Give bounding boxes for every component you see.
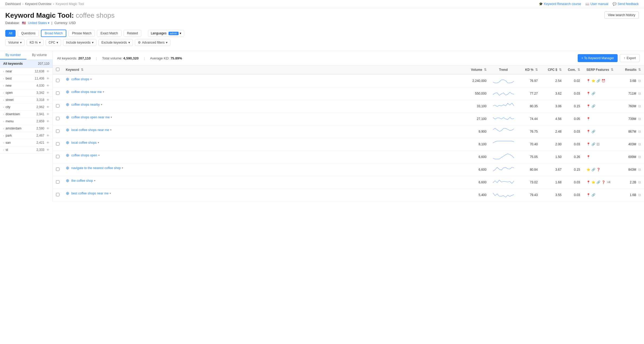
keyword-link[interactable]: coffee shops near me ▾ — [71, 90, 104, 94]
eye-icon[interactable]: 👁 — [46, 84, 49, 87]
advanced-filters-dropdown[interactable]: ⚙ Advanced filters ▾ — [135, 39, 170, 46]
sidebar-item[interactable]: › open 3,342 👁 — [0, 89, 53, 96]
cpc-dropdown[interactable]: CPC ▾ — [46, 39, 61, 46]
results-details-icon[interactable]: ⊟ — [638, 155, 641, 159]
user-manual-link[interactable]: 📖 User manual — [585, 2, 608, 6]
add-keyword-icon[interactable]: ⊕ — [66, 89, 69, 94]
keyword-dropdown-icon[interactable]: ▾ — [122, 166, 123, 169]
tab-all[interactable]: All — [5, 30, 16, 37]
keyword-link[interactable]: coffee shops ▾ — [71, 77, 92, 81]
tab-questions[interactable]: Questions — [18, 30, 39, 37]
tab-phrase-match[interactable]: Phrase Match — [68, 30, 95, 37]
exclude-keywords-dropdown[interactable]: Exclude keywords ▾ — [99, 39, 133, 46]
sidebar-item[interactable]: › san 2,421 👁 — [0, 139, 53, 146]
results-details-icon[interactable]: ⊟ — [638, 117, 641, 121]
keyword-link[interactable]: best coffee shops near me ▾ — [71, 192, 111, 195]
keyword-dropdown-icon[interactable]: ▾ — [98, 154, 100, 157]
keyword-dropdown-icon[interactable]: ▾ — [103, 90, 104, 93]
row-checkbox[interactable] — [56, 155, 59, 158]
keyword-dropdown-icon[interactable]: ▾ — [101, 103, 102, 106]
add-keyword-icon[interactable]: ⊕ — [66, 77, 69, 82]
country-dropdown[interactable]: United States ▾ — [28, 21, 49, 25]
keyword-link[interactable]: the coffee shop ▾ — [71, 179, 95, 183]
sidebar-item[interactable]: › st 2,333 👁 — [0, 146, 53, 154]
eye-icon[interactable]: 👁 — [46, 105, 49, 109]
com-column-header[interactable]: Com. ⇅ — [565, 66, 583, 74]
keyword-link[interactable]: navigate to the nearest coffee shop ▾ — [71, 166, 123, 170]
add-keyword-icon[interactable]: ⊕ — [66, 165, 69, 170]
row-checkbox[interactable] — [56, 129, 59, 133]
keyword-link[interactable]: coffee shops open ▾ — [71, 154, 100, 157]
eye-icon[interactable]: 👁 — [46, 148, 49, 151]
row-checkbox[interactable] — [56, 79, 59, 82]
keyword-dropdown-icon[interactable]: ▾ — [111, 116, 112, 119]
eye-icon[interactable]: 👁 — [46, 91, 49, 94]
eye-icon[interactable]: 👁 — [46, 98, 49, 101]
add-keyword-icon[interactable]: ⊕ — [66, 178, 69, 183]
tab-related[interactable]: Related — [124, 30, 141, 37]
include-keywords-dropdown[interactable]: Include keywords ▾ — [63, 39, 96, 46]
breadcrumb-keyword-overview[interactable]: Keyword Overview — [25, 2, 52, 6]
send-feedback-link[interactable]: 💬 Send feedback — [613, 2, 639, 6]
keyword-dropdown-icon[interactable]: ▾ — [98, 141, 99, 144]
results-details-icon[interactable]: ⊟ — [638, 180, 641, 184]
sidebar-tab-by-number[interactable]: By number — [0, 51, 26, 59]
results-details-icon[interactable]: ⊟ — [638, 79, 641, 83]
sidebar-tab-by-volume[interactable]: By volume — [26, 51, 53, 59]
keyword-dropdown-icon[interactable]: ▾ — [94, 179, 95, 182]
add-keyword-icon[interactable]: ⊕ — [66, 102, 69, 107]
select-all-checkbox[interactable] — [56, 68, 59, 71]
kd-dropdown[interactable]: KD % ▾ — [27, 39, 44, 46]
row-checkbox[interactable] — [56, 91, 59, 95]
add-keyword-icon[interactable]: ⊕ — [66, 127, 69, 132]
row-checkbox[interactable] — [56, 193, 59, 196]
keyword-dropdown-icon[interactable]: ▾ — [90, 78, 92, 81]
keyword-dropdown-icon[interactable]: ▾ — [110, 128, 111, 131]
volume-column-header[interactable]: Volume ⇅ — [461, 66, 490, 74]
add-keyword-icon[interactable]: ⊕ — [66, 153, 69, 158]
add-keyword-icon[interactable]: ⊕ — [66, 115, 69, 120]
eye-icon[interactable]: 👁 — [46, 113, 49, 116]
results-details-icon[interactable]: ⊟ — [638, 130, 641, 133]
eye-icon[interactable]: 👁 — [46, 134, 49, 137]
row-checkbox[interactable] — [56, 180, 59, 184]
eye-icon[interactable]: 👁 — [46, 127, 49, 130]
sidebar-item[interactable]: › near 12,638 👁 — [0, 68, 53, 75]
results-details-icon[interactable]: ⊟ — [638, 92, 641, 95]
kd-column-header[interactable]: KD % ⇅ — [517, 66, 541, 74]
sidebar-item[interactable]: › downtown 2,941 👁 — [0, 111, 53, 118]
results-details-icon[interactable]: ⊟ — [638, 193, 641, 197]
sidebar-item[interactable]: › amsterdam 2,580 👁 — [0, 125, 53, 132]
results-details-icon[interactable]: ⊟ — [638, 168, 641, 171]
row-checkbox[interactable] — [56, 168, 59, 171]
row-checkbox[interactable] — [56, 142, 59, 146]
keyword-link[interactable]: coffee shops open near me ▾ — [71, 115, 112, 119]
add-keyword-icon[interactable]: ⊕ — [66, 140, 69, 145]
sidebar-item[interactable]: › best 11,406 👁 — [0, 75, 53, 82]
eye-icon[interactable]: 👁 — [46, 70, 49, 73]
keyword-link[interactable]: local coffee shops ▾ — [71, 141, 99, 145]
eye-icon[interactable]: 👁 — [46, 77, 49, 80]
eye-icon[interactable]: 👁 — [46, 141, 49, 144]
tab-exact-match[interactable]: Exact Match — [97, 30, 121, 37]
serp-features-column-header[interactable]: SERP Features ⇅ — [583, 66, 620, 74]
to-keyword-manager-button[interactable]: + To Keyword Manager — [578, 54, 618, 62]
row-checkbox[interactable] — [56, 117, 59, 120]
results-details-icon[interactable]: ⊟ — [638, 104, 641, 108]
breadcrumb-dashboard[interactable]: Dashboard — [5, 2, 21, 6]
sidebar-item[interactable]: › new 4,030 👁 — [0, 82, 53, 89]
keyword-dropdown-icon[interactable]: ▾ — [110, 192, 111, 195]
volume-dropdown[interactable]: Volume ▾ — [5, 39, 25, 46]
sidebar-item[interactable]: › park 2,467 👁 — [0, 132, 53, 139]
cpc-column-header[interactable]: CPC $ ⇅ — [541, 66, 565, 74]
keyword-column-header[interactable]: Keyword ⇅ — [63, 66, 461, 74]
results-details-icon[interactable]: ⊟ — [638, 142, 641, 146]
row-checkbox[interactable] — [56, 104, 59, 108]
export-button[interactable]: ↑ Export — [620, 54, 640, 62]
keyword-link[interactable]: coffee shops nearby ▾ — [71, 103, 102, 106]
keyword-link[interactable]: local coffee shops near me ▾ — [71, 128, 111, 132]
view-search-history-button[interactable]: View search history — [604, 11, 639, 19]
languages-dropdown[interactable]: Languages admin ▾ — [148, 30, 184, 37]
eye-icon[interactable]: 👁 — [46, 120, 49, 123]
keyword-research-course-link[interactable]: 🎓 Keyword Research course — [539, 2, 581, 6]
